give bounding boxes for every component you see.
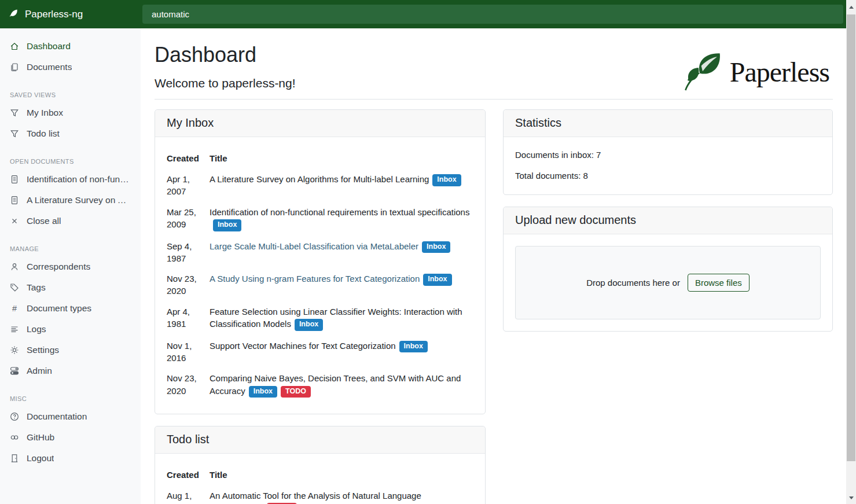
doc-created: Nov 23, 2020	[167, 268, 210, 301]
table-row: Apr 1, 2007 A Literature Survey on Algor…	[167, 169, 473, 202]
header-divider	[155, 99, 833, 100]
sidebar-item-my-inbox[interactable]: My Inbox	[0, 102, 141, 123]
widget-title: Statistics	[504, 110, 832, 137]
sidebar-item-label: A Literature Survey on Algori…	[27, 195, 131, 205]
doc-title-link[interactable]: Support Vector Machines for Text Categor…	[210, 341, 396, 351]
doc-title-link[interactable]: Comparing Naive Bayes, Decision Trees, a…	[210, 373, 461, 395]
doc-title-link[interactable]: An Automatic Tool for the Analysis of Na…	[210, 491, 421, 504]
saved-view-widget-my-inbox: My Inbox Created Title	[155, 109, 486, 414]
sidebar-item-settings[interactable]: Settings	[0, 340, 141, 360]
column-header-created: Created	[167, 466, 210, 485]
doc-created: Nov 23, 2020	[167, 368, 210, 402]
document-table: Created Title Aug 1, 1996 An Automatic T…	[167, 466, 473, 504]
tag-badge-inbox[interactable]: Inbox	[295, 319, 323, 331]
search-input[interactable]	[142, 5, 843, 24]
table-row: Apr 4, 1981 Feature Selection using Line…	[167, 301, 473, 336]
file-dropzone[interactable]: Drop documents here or Browse files	[515, 246, 821, 319]
browse-files-button[interactable]: Browse files	[688, 274, 750, 292]
stat-total-documents: Total documents: 8	[515, 171, 821, 181]
list-icon	[10, 325, 19, 334]
widget-body: Drop documents here or Browse files	[504, 234, 832, 331]
scrollbar-down-arrow[interactable]	[846, 493, 856, 503]
toggles-icon	[10, 366, 19, 376]
link-icon	[10, 433, 19, 442]
sidebar-item-label: Identification of non-functio…	[27, 174, 131, 185]
tag-badge-inbox[interactable]: Inbox	[399, 341, 428, 353]
sidebar-item-todo-list[interactable]: Todo list	[0, 123, 141, 144]
sidebar-item-label: Logs	[27, 324, 46, 334]
brand-label: Paperless-ng	[25, 9, 83, 20]
document-table: Created Title Apr 1, 2007 A Literature S…	[167, 150, 473, 402]
widget-title: Upload new documents	[504, 207, 832, 234]
doc-title-link[interactable]: Feature Selection using Linear Classifie…	[210, 307, 462, 329]
question-circle-icon	[10, 412, 19, 421]
sidebar-item-label: Dashboard	[27, 41, 71, 51]
sidebar-item-label: Tags	[27, 282, 46, 293]
paperless-logo-text: Paperless	[730, 56, 829, 88]
sidebar-item-tags[interactable]: Tags	[0, 277, 141, 298]
funnel-icon	[10, 129, 19, 138]
doc-created: Aug 1, 1996	[167, 485, 210, 504]
column-header-title: Title	[210, 466, 473, 485]
right-column: Statistics Documents in inbox: 7 Total d…	[503, 109, 833, 343]
doc-created: Sep 4, 1987	[167, 236, 210, 269]
vertical-scrollbar[interactable]	[846, 0, 856, 504]
column-header-title: Title	[210, 150, 473, 169]
widget-title: My Inbox	[155, 110, 485, 137]
doc-title-link[interactable]: Large Scale Multi-Label Classification v…	[210, 241, 418, 251]
tag-badge-inbox[interactable]: Inbox	[432, 174, 461, 186]
scrollbar-thumb[interactable]	[847, 14, 855, 461]
page-title: Dashboard	[155, 43, 296, 67]
tag-badge-inbox[interactable]: Inbox	[422, 241, 450, 253]
sidebar-item-label: Settings	[27, 345, 59, 355]
file-text-icon	[10, 196, 19, 205]
top-navbar	[141, 0, 846, 28]
tag-badge-inbox[interactable]: Inbox	[249, 386, 277, 398]
leaf-icon	[9, 8, 19, 20]
column-header-created: Created	[167, 150, 210, 169]
sidebar-item-github[interactable]: GitHub	[0, 427, 141, 448]
sidebar-item-label: Document types	[27, 303, 91, 314]
person-icon	[10, 262, 19, 271]
scrollbar-up-arrow[interactable]	[846, 2, 856, 12]
sidebar-item-open-doc-1[interactable]: Identification of non-functio…	[0, 169, 141, 190]
sidebar-item-dashboard[interactable]: Dashboard	[0, 36, 141, 57]
sidebar-item-admin[interactable]: Admin	[0, 360, 141, 381]
doc-created: Nov 1, 2016	[167, 336, 210, 369]
doc-created: Apr 1, 2007	[167, 169, 210, 202]
page-header: Dashboard Welcome to paperless-ng! Paper…	[155, 42, 833, 99]
sidebar-item-documents[interactable]: Documents	[0, 57, 141, 78]
sidebar-item-logout[interactable]: Logout	[0, 448, 141, 469]
sidebar-item-document-types[interactable]: # Document types	[0, 298, 141, 319]
stat-documents-in-inbox: Documents in inbox: 7	[515, 150, 821, 160]
widget-body: Created Title Apr 1, 2007 A Literature S…	[155, 137, 485, 414]
table-row: Nov 23, 2020 A Study Using n-gram Featur…	[167, 268, 473, 301]
dropzone-text: Drop documents here or	[586, 278, 680, 288]
doc-title-link[interactable]: A Literature Survey on Algorithms for Mu…	[210, 174, 429, 184]
sidebar-item-label: GitHub	[27, 432, 54, 443]
brand[interactable]: Paperless-ng	[0, 0, 141, 28]
doc-title-link[interactable]: A Study Using n-gram Features for Text C…	[210, 274, 420, 284]
tag-badge-todo[interactable]: TODO	[281, 386, 311, 398]
sidebar-item-logs[interactable]: Logs	[0, 319, 141, 340]
sidebar-item-label: Correspondents	[27, 262, 90, 272]
sidebar-item-open-doc-2[interactable]: A Literature Survey on Algori…	[0, 190, 141, 211]
sidebar-item-correspondents[interactable]: Correspondents	[0, 256, 141, 277]
doc-created: Mar 25, 2009	[167, 202, 210, 236]
widget-body: Created Title Aug 1, 1996 An Automatic T…	[155, 454, 485, 504]
app-window: Paperless-ng Dashboard Documents SAVED V…	[0, 0, 846, 504]
sidebar-item-label: Documents	[27, 62, 72, 72]
close-icon	[10, 216, 19, 226]
upload-widget: Upload new documents Drop documents here…	[503, 207, 833, 332]
tag-badge-inbox[interactable]: Inbox	[423, 274, 451, 286]
sidebar: Paperless-ng Dashboard Documents SAVED V…	[0, 0, 141, 504]
house-icon	[10, 42, 19, 51]
welcome-text: Welcome to paperless-ng!	[155, 76, 296, 90]
sidebar-section-misc: MISC	[0, 381, 141, 406]
file-text-icon	[10, 175, 19, 184]
statistics-widget: Statistics Documents in inbox: 7 Total d…	[503, 109, 833, 195]
sidebar-item-documentation[interactable]: Documentation	[0, 406, 141, 427]
tag-badge-inbox[interactable]: Inbox	[213, 219, 241, 231]
sidebar-item-close-all[interactable]: Close all	[0, 211, 141, 231]
doc-title-link[interactable]: Identification of non-functional require…	[210, 207, 469, 217]
